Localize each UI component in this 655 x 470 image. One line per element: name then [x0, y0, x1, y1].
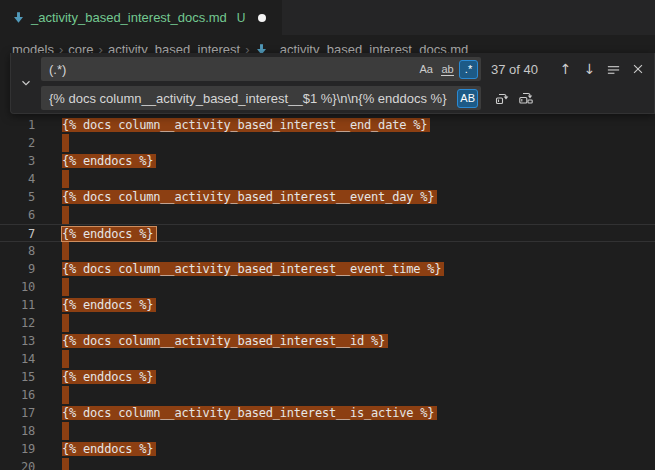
- replace-input[interactable]: {% docs column__activity_based_interest_…: [41, 86, 481, 110]
- line-number: 14: [0, 350, 35, 368]
- chevron-down-icon: [19, 76, 33, 90]
- replace-all-button[interactable]: [515, 88, 536, 109]
- replace-input-value: {% docs column__activity_based_interest_…: [49, 91, 455, 106]
- editor-line[interactable]: 8: [0, 242, 655, 260]
- line-number: 19: [0, 440, 35, 458]
- whole-word-label: ab: [441, 63, 453, 76]
- vscode-window: { "tab": { "filename": "_activity_based_…: [0, 0, 655, 470]
- unsaved-changes-dot[interactable]: [258, 14, 266, 22]
- line-number: 13: [0, 332, 35, 350]
- line-text: {% docs column__activity_based_interest_…: [62, 188, 437, 206]
- line-text: [62, 350, 69, 368]
- editor-line[interactable]: 4: [0, 170, 655, 188]
- line-number: 20: [0, 458, 35, 470]
- line-text: {% enddocs %}: [62, 296, 156, 314]
- line-text: {% enddocs %}: [62, 440, 156, 458]
- arrow-down-icon: ↓: [584, 62, 596, 76]
- line-number: 10: [0, 278, 35, 296]
- find-match-highlight: {% docs column__activity_based_interest_…: [62, 406, 437, 420]
- editor-line[interactable]: 6: [0, 206, 655, 224]
- line-number: 9: [0, 260, 35, 278]
- line-text: {% docs column__activity_based_interest_…: [62, 404, 437, 422]
- editor-line[interactable]: 15{% enddocs %}: [0, 368, 655, 386]
- find-match-highlight: {% docs column__activity_based_interest_…: [62, 334, 388, 348]
- line-number: 7: [0, 225, 35, 241]
- editor-line[interactable]: 7{% enddocs %}: [0, 224, 655, 242]
- line-number: 3: [0, 152, 35, 170]
- editor-line[interactable]: 10: [0, 278, 655, 296]
- line-number: 2: [0, 134, 35, 152]
- editor-line[interactable]: 20: [0, 458, 655, 470]
- line-number: 8: [0, 242, 35, 260]
- selection-icon: [606, 62, 621, 77]
- match-count: 37 of 40: [491, 62, 538, 77]
- find-input[interactable]: (.*) Aa ab .*: [41, 57, 481, 81]
- tab-active-file[interactable]: _activity_based_interest_docs.md U: [0, 0, 282, 35]
- line-number: 4: [0, 170, 35, 188]
- editor-line[interactable]: 17{% docs column__activity_based_interes…: [0, 404, 655, 422]
- preserve-case-toggle[interactable]: AB: [457, 89, 478, 108]
- match-case-toggle[interactable]: Aa: [417, 60, 436, 79]
- find-row: (.*) Aa ab .* 37 of 40 ↑ ↓: [41, 57, 648, 81]
- toggle-replace-button[interactable]: [11, 57, 41, 109]
- find-match-highlight: {% enddocs %}: [62, 154, 156, 168]
- find-match-highlight: {% docs column__activity_based_interest_…: [62, 190, 437, 204]
- preserve-case-label: AB: [460, 92, 475, 104]
- markdown-file-icon: [12, 11, 25, 24]
- empty-line-match-bar: [62, 422, 69, 440]
- editor-line[interactable]: 2: [0, 134, 655, 152]
- tab-filename: _activity_based_interest_docs.md: [31, 10, 227, 25]
- line-text: {% docs column__activity_based_interest_…: [62, 116, 430, 134]
- empty-line-match-bar: [62, 170, 69, 188]
- replace-row: {% docs column__activity_based_interest_…: [41, 86, 648, 110]
- editor-line[interactable]: 11{% enddocs %}: [0, 296, 655, 314]
- regex-label: .*: [465, 63, 472, 75]
- line-text: [62, 458, 69, 470]
- find-match-highlight: {% enddocs %}: [62, 370, 156, 384]
- match-case-label: Aa: [420, 63, 433, 75]
- editor-line[interactable]: 1{% docs column__activity_based_interest…: [0, 116, 655, 134]
- editor-line[interactable]: 19{% enddocs %}: [0, 440, 655, 458]
- next-match-button[interactable]: ↓: [579, 59, 600, 80]
- line-text: [62, 170, 69, 188]
- find-match-highlight: {% enddocs %}: [62, 442, 156, 456]
- editor-line[interactable]: 13{% docs column__activity_based_interes…: [0, 332, 655, 350]
- empty-line-match-bar: [62, 314, 69, 332]
- find-in-selection-button[interactable]: [603, 59, 624, 80]
- line-text: {% docs column__activity_based_interest_…: [62, 332, 388, 350]
- line-text: {% enddocs %}: [62, 368, 156, 386]
- line-text: [62, 206, 69, 224]
- replace-button[interactable]: [491, 88, 512, 109]
- empty-line-match-bar: [62, 458, 69, 470]
- line-text: [62, 134, 69, 152]
- line-text: {% enddocs %}: [62, 225, 156, 241]
- arrow-up-icon: ↑: [560, 62, 572, 76]
- line-number: 12: [0, 314, 35, 332]
- editor-line[interactable]: 14: [0, 350, 655, 368]
- editor-line[interactable]: 5{% docs column__activity_based_interest…: [0, 188, 655, 206]
- find-replace-widget: (.*) Aa ab .* 37 of 40 ↑ ↓: [10, 53, 655, 114]
- editor-line[interactable]: 9{% docs column__activity_based_interest…: [0, 260, 655, 278]
- editor-line[interactable]: 3{% enddocs %}: [0, 152, 655, 170]
- close-find-button[interactable]: [627, 59, 648, 80]
- whole-word-toggle[interactable]: ab: [438, 60, 457, 79]
- regex-toggle[interactable]: .*: [459, 60, 478, 79]
- editor-content[interactable]: 1{% docs column__activity_based_interest…: [0, 116, 655, 470]
- find-match-highlight: {% docs column__activity_based_interest_…: [62, 118, 430, 132]
- editor-line[interactable]: 12: [0, 314, 655, 332]
- editor-line[interactable]: 18: [0, 422, 655, 440]
- line-text: [62, 242, 69, 260]
- editor-line[interactable]: 16: [0, 386, 655, 404]
- line-number: 16: [0, 386, 35, 404]
- line-number: 17: [0, 404, 35, 422]
- empty-line-match-bar: [62, 206, 69, 224]
- line-text: [62, 278, 69, 296]
- line-number: 11: [0, 296, 35, 314]
- line-text: [62, 314, 69, 332]
- line-number: 18: [0, 422, 35, 440]
- git-status-badge: U: [237, 11, 246, 25]
- line-number: 6: [0, 206, 35, 224]
- previous-match-button[interactable]: ↑: [555, 59, 576, 80]
- line-text: {% docs column__activity_based_interest_…: [62, 260, 444, 278]
- line-number: 1: [0, 116, 35, 134]
